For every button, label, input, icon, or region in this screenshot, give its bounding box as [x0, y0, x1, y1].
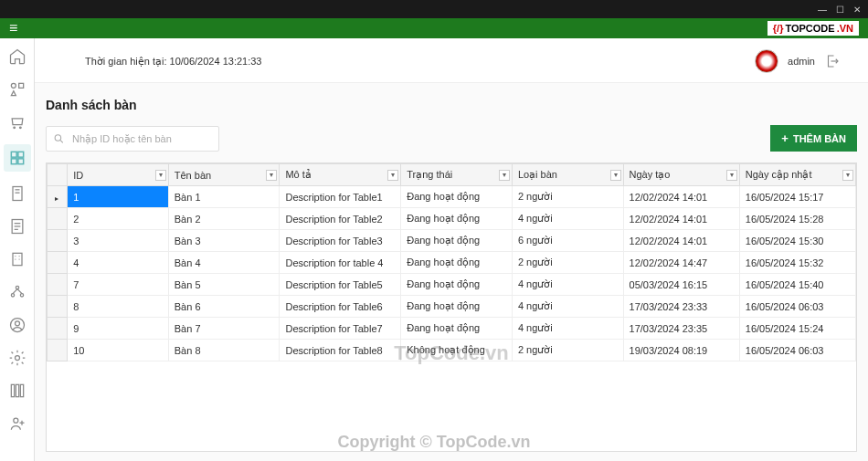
- cell-updated[interactable]: 16/05/2024 15:32: [739, 252, 855, 274]
- table-row[interactable]: 4Bàn 4Description for table 4Đang hoạt đ…: [48, 252, 856, 274]
- sidebar-item-categories[interactable]: [6, 79, 28, 100]
- sidebar-item-profile[interactable]: [6, 314, 28, 336]
- column-header-updated[interactable]: Ngày cập nhật▾: [739, 164, 855, 186]
- cell-name[interactable]: Bàn 1: [168, 186, 280, 208]
- cell-name[interactable]: Bàn 3: [168, 230, 280, 252]
- cell-created[interactable]: 17/03/2024 23:35: [623, 318, 739, 340]
- cell-updated[interactable]: 16/05/2024 15:40: [739, 274, 855, 296]
- row-indicator[interactable]: [48, 296, 68, 318]
- cell-name[interactable]: Bàn 8: [168, 340, 280, 361]
- cell-created[interactable]: 12/02/2024 14:01: [623, 208, 739, 230]
- cell-updated[interactable]: 16/05/2024 15:30: [739, 230, 855, 252]
- cell-id[interactable]: 2: [68, 208, 169, 230]
- cell-type[interactable]: 4 người: [512, 208, 623, 230]
- filter-icon[interactable]: ▾: [155, 170, 166, 181]
- cell-status[interactable]: Đang hoạt động: [401, 208, 513, 230]
- cell-updated[interactable]: 16/05/2024 06:03: [739, 296, 855, 318]
- cell-id[interactable]: 7: [68, 274, 169, 296]
- window-minimize[interactable]: —: [818, 5, 827, 15]
- cell-status[interactable]: Đang hoạt động: [401, 274, 513, 296]
- sidebar-item-building[interactable]: [6, 248, 28, 270]
- cell-name[interactable]: Bàn 6: [168, 296, 280, 318]
- cell-id[interactable]: 3: [68, 230, 169, 252]
- cell-desc[interactable]: Description for Table3: [280, 230, 401, 252]
- row-indicator[interactable]: [48, 186, 68, 208]
- avatar[interactable]: [755, 49, 778, 73]
- cell-updated[interactable]: 16/05/2024 15:24: [739, 318, 855, 340]
- cell-created[interactable]: 12/02/2024 14:01: [623, 186, 739, 208]
- sidebar-item-receipts[interactable]: [6, 183, 28, 204]
- cell-type[interactable]: 4 người: [512, 318, 623, 340]
- cell-name[interactable]: Bàn 5: [168, 274, 280, 296]
- cell-desc[interactable]: Description for Table2: [280, 208, 401, 230]
- cell-updated[interactable]: 16/05/2024 06:03: [739, 340, 855, 361]
- column-header-type[interactable]: Loại bàn▾: [512, 164, 623, 186]
- sidebar-item-tables[interactable]: [4, 144, 31, 172]
- cell-status[interactable]: Đang hoạt động: [401, 252, 513, 274]
- cell-id[interactable]: 8: [68, 296, 169, 318]
- cell-desc[interactable]: Description for Table1: [280, 186, 401, 208]
- table-row[interactable]: 9Bàn 7Description for Table7Đang hoạt độ…: [48, 318, 856, 340]
- sidebar-item-add-user[interactable]: [6, 413, 28, 435]
- cell-status[interactable]: Đang hoạt động: [401, 186, 513, 208]
- cell-id[interactable]: 10: [68, 340, 169, 361]
- sidebar-item-reports[interactable]: [6, 215, 28, 237]
- cell-updated[interactable]: 16/05/2024 15:17: [739, 186, 855, 208]
- filter-icon[interactable]: ▾: [610, 170, 621, 181]
- cell-created[interactable]: 17/03/2024 23:33: [623, 296, 739, 318]
- cell-type[interactable]: 4 người: [512, 296, 623, 318]
- cell-id[interactable]: 4: [68, 252, 169, 274]
- cell-type[interactable]: 2 người: [512, 252, 623, 274]
- cell-desc[interactable]: Description for Table5: [280, 274, 401, 296]
- row-indicator[interactable]: [48, 208, 68, 230]
- cell-type[interactable]: 6 người: [512, 230, 623, 252]
- cell-name[interactable]: Bàn 4: [168, 252, 280, 274]
- table-row[interactable]: 1Bàn 1Description for Table1Đang hoạt độ…: [48, 186, 856, 208]
- filter-icon[interactable]: ▾: [499, 170, 510, 181]
- cell-created[interactable]: 19/03/2024 08:19: [623, 340, 739, 361]
- table-row[interactable]: 7Bàn 5Description for Table5Đang hoạt độ…: [48, 274, 856, 296]
- column-header-created[interactable]: Ngày tạo▾: [623, 164, 739, 186]
- cell-id[interactable]: 9: [68, 318, 169, 340]
- sidebar-item-network[interactable]: [6, 281, 28, 303]
- cell-created[interactable]: 12/02/2024 14:01: [623, 230, 739, 252]
- window-maximize[interactable]: ☐: [836, 5, 844, 15]
- column-header-id[interactable]: ID▾: [68, 164, 169, 186]
- column-header-name[interactable]: Tên bàn▾: [168, 164, 280, 186]
- column-header-desc[interactable]: Mô tả▾: [280, 164, 401, 186]
- cell-updated[interactable]: 16/05/2024 15:28: [739, 208, 855, 230]
- row-indicator[interactable]: [48, 318, 68, 340]
- filter-icon[interactable]: ▾: [726, 170, 737, 181]
- cell-id[interactable]: 1: [68, 186, 169, 208]
- cell-desc[interactable]: Description for Table6: [280, 296, 401, 318]
- table-row[interactable]: 3Bàn 3Description for Table3Đang hoạt độ…: [48, 230, 856, 252]
- cell-type[interactable]: 4 người: [512, 274, 623, 296]
- cell-type[interactable]: 2 người: [512, 186, 623, 208]
- cell-status[interactable]: Đang hoạt động: [401, 318, 513, 340]
- row-indicator[interactable]: [48, 340, 68, 361]
- table-row[interactable]: 10Bàn 8Description for Table8Không hoạt …: [48, 340, 856, 361]
- logout-icon[interactable]: [824, 53, 841, 69]
- sidebar-item-settings[interactable]: [6, 347, 28, 369]
- row-indicator[interactable]: [48, 274, 68, 296]
- cell-desc[interactable]: Description for table 4: [280, 252, 401, 274]
- table-row[interactable]: 2Bàn 2Description for Table2Đang hoạt độ…: [48, 208, 856, 230]
- cell-created[interactable]: 12/02/2024 14:47: [623, 252, 739, 274]
- row-indicator[interactable]: [48, 230, 68, 252]
- filter-icon[interactable]: ▾: [266, 170, 277, 181]
- sidebar-item-home[interactable]: [6, 46, 28, 68]
- data-grid[interactable]: ID▾ Tên bàn▾ Mô tả▾ Trạng thái▾ Loại bàn…: [46, 162, 857, 452]
- cell-name[interactable]: Bàn 2: [168, 208, 280, 230]
- filter-icon[interactable]: ▾: [842, 170, 853, 181]
- column-header-status[interactable]: Trạng thái▾: [401, 164, 513, 186]
- cell-desc[interactable]: Description for Table7: [280, 318, 401, 340]
- cell-status[interactable]: Đang hoạt động: [401, 296, 513, 318]
- cell-name[interactable]: Bàn 7: [168, 318, 280, 340]
- cell-status[interactable]: Đang hoạt động: [401, 230, 513, 252]
- cell-created[interactable]: 05/03/2024 16:15: [623, 274, 739, 296]
- sidebar-item-library[interactable]: [6, 380, 28, 402]
- cell-desc[interactable]: Description for Table8: [280, 340, 401, 361]
- cell-status[interactable]: Không hoạt động: [401, 340, 513, 361]
- window-close[interactable]: ✕: [853, 5, 861, 15]
- search-input[interactable]: [46, 126, 219, 152]
